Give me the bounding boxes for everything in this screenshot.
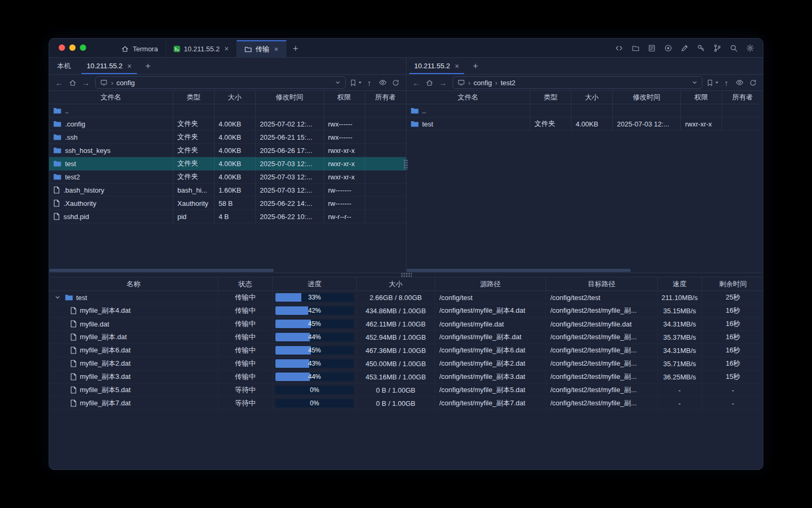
refresh-button[interactable]	[390, 77, 402, 88]
titlebar-tab-transfer[interactable]: 传输×	[237, 40, 287, 57]
file-row[interactable]: test文件夹4.00KB2025-07-03 12:...rwxr-xr-x	[49, 157, 406, 170]
transfer-row[interactable]: myfile_副本5.dat等待中0%0 B / 1.00GB/config/t…	[49, 384, 763, 397]
parent-directory-button[interactable]: ↑	[721, 77, 732, 88]
toolbar-gear-button[interactable]	[744, 42, 756, 55]
search-icon	[730, 44, 738, 52]
home-button[interactable]	[67, 77, 78, 88]
forward-button[interactable]: →	[80, 77, 91, 88]
transfer-row[interactable]: myfile.dat传输中45%462.11MB / 1.00GB/config…	[49, 318, 763, 331]
file-row[interactable]: ssh_host_keys文件夹4.00KB2025-06-26 17:...r…	[49, 144, 406, 157]
refresh-button[interactable]	[747, 77, 759, 88]
toolbar-log-button[interactable]	[645, 42, 658, 55]
file-row[interactable]: .ssh文件夹4.00KB2025-06-21 15:...rwx------	[49, 131, 406, 144]
path-segment[interactable]: test2	[501, 79, 515, 87]
column-header-permissions[interactable]: 权限	[324, 91, 365, 104]
show-hidden-button[interactable]	[734, 77, 745, 88]
column-header-progress[interactable]: 进度	[273, 277, 357, 291]
left-path-box[interactable]: ›config	[95, 76, 346, 89]
titlebar-tab-ssh-10-211-55-2[interactable]: 10.211.55.2×	[166, 40, 237, 57]
column-header-permissions[interactable]: 权限	[681, 91, 722, 104]
toolbar-branch-button[interactable]	[711, 42, 724, 55]
toolbar-code-button[interactable]	[613, 42, 625, 55]
zoom-button[interactable]	[80, 44, 86, 51]
close-tab-icon[interactable]: ×	[127, 62, 132, 70]
column-header-status[interactable]: 状态	[218, 277, 273, 291]
column-header-size[interactable]: 大小	[215, 91, 256, 104]
toolbar-search-button[interactable]	[727, 42, 740, 55]
right-horizontal-scrollbar[interactable]	[407, 268, 763, 273]
scrollbar-thumb[interactable]	[49, 269, 274, 272]
close-tab-icon[interactable]: ×	[455, 62, 459, 70]
file-row[interactable]: ..	[49, 104, 406, 117]
column-header-size[interactable]: 大小	[357, 277, 435, 291]
column-header-modified[interactable]: 修改时间	[613, 91, 681, 104]
scrollbar-thumb[interactable]	[407, 269, 631, 272]
column-header-modified[interactable]: 修改时间	[256, 91, 324, 104]
file-row[interactable]: test文件夹4.00KB2025-07-03 12:...rwxr-xr-x	[407, 117, 763, 131]
splitter-grip-icon[interactable]	[401, 273, 412, 278]
splitter-grip-icon[interactable]	[403, 159, 409, 170]
column-header-owner[interactable]: 所有者	[722, 91, 763, 104]
column-header-type[interactable]: 类型	[530, 91, 571, 104]
horizontal-splitter[interactable]	[49, 273, 763, 277]
chevron-down-icon[interactable]	[691, 79, 698, 86]
file-row[interactable]: ..	[407, 104, 763, 117]
close-button[interactable]	[59, 44, 65, 51]
file-type: 文件夹	[173, 117, 215, 130]
toolbar-folder-outline-button[interactable]	[629, 42, 642, 55]
column-header-remaining[interactable]: 剩余时间	[702, 277, 763, 291]
left-pane-tab-local[interactable]: 本机	[49, 58, 79, 74]
path-segment[interactable]: config	[474, 79, 492, 87]
column-header-type[interactable]: 类型	[173, 91, 215, 104]
bookmark-button[interactable]	[349, 77, 362, 88]
home-button[interactable]	[424, 77, 436, 88]
chevron-down-icon[interactable]	[53, 294, 62, 301]
column-header-name[interactable]: 文件名	[407, 91, 531, 104]
file-row[interactable]: sshd.pidpid4 B2025-06-22 10:...rw-r--r--	[49, 210, 406, 223]
parent-directory-button[interactable]: ↑	[364, 77, 375, 88]
column-header-name[interactable]: 文件名	[49, 91, 173, 104]
transfer-row[interactable]: myfile_副本4.dat传输中42%434.86MB / 1.00GB/co…	[49, 304, 763, 318]
toolbar-record-button[interactable]	[662, 42, 675, 55]
show-hidden-button[interactable]	[377, 77, 389, 88]
toolbar-key-button[interactable]	[695, 42, 707, 55]
left-horizontal-scrollbar[interactable]	[49, 268, 406, 273]
file-permissions: rw-r--r--	[324, 210, 365, 223]
vertical-splitter[interactable]	[406, 58, 407, 273]
transfer-row[interactable]: myfile_副本3.dat传输中44%453.16MB / 1.00GB/co…	[49, 370, 763, 384]
column-header-name[interactable]: 名称	[49, 277, 218, 291]
back-button[interactable]: ←	[411, 77, 422, 88]
toolbar-edit-button[interactable]	[678, 42, 691, 55]
transfer-row[interactable]: myfile_副本2.dat传输中43%450.00MB / 1.00GB/co…	[49, 357, 763, 370]
new-pane-tab-button[interactable]: +	[467, 58, 484, 74]
transfer-row[interactable]: myfile_副本6.dat传输中45%467.36MB / 1.00GB/co…	[49, 344, 763, 357]
close-tab-icon[interactable]: ×	[224, 45, 228, 52]
column-header-target[interactable]: 目标路径	[546, 277, 658, 291]
column-header-owner[interactable]: 所有者	[365, 91, 406, 104]
column-header-speed[interactable]: 速度	[658, 277, 702, 291]
left-pane-tab-ssh-10-211-55-2[interactable]: 10.211.55.2×	[79, 58, 140, 74]
forward-button[interactable]: →	[437, 77, 449, 88]
transfer-row[interactable]: test传输中33%2.66GB / 8.00GB/config/test/co…	[49, 291, 763, 304]
file-row[interactable]: test2文件夹4.00KB2025-07-03 12:...rwxr-xr-x	[49, 170, 406, 184]
transfer-row[interactable]: myfile_副本.dat传输中44%452.94MB / 1.00GB/con…	[49, 331, 763, 344]
close-tab-icon[interactable]: ×	[274, 46, 279, 53]
column-header-size[interactable]: 大小	[571, 91, 613, 104]
right-path-box[interactable]: ›config›test2	[453, 76, 703, 89]
minimize-button[interactable]	[69, 44, 76, 51]
path-segment[interactable]: config	[116, 79, 135, 87]
transfer-name-cell: test	[49, 291, 218, 304]
file-row[interactable]: .bash_historybash_hi...1.60KB2025-07-03 …	[49, 184, 406, 197]
file-row[interactable]: .config文件夹4.00KB2025-07-02 12:...rwx----…	[49, 117, 406, 131]
back-button[interactable]: ←	[53, 77, 65, 88]
new-tab-button[interactable]: +	[287, 40, 305, 57]
chevron-down-icon[interactable]	[335, 79, 341, 86]
new-pane-tab-button[interactable]: +	[140, 58, 156, 74]
bookmark-button[interactable]	[706, 77, 719, 88]
transfer-row[interactable]: myfile_副本7.dat等待中0%0 B / 1.00GB/config/t…	[49, 397, 763, 410]
file-row[interactable]: .XauthorityXauthority58 B2025-06-22 14:.…	[49, 197, 406, 210]
right-pane-tab-ssh-10-211-55-2[interactable]: 10.211.55.2×	[407, 58, 467, 74]
file-icon	[70, 320, 77, 328]
titlebar-tab-app[interactable]: Termora	[114, 40, 166, 57]
column-header-source[interactable]: 源路径	[435, 277, 546, 291]
